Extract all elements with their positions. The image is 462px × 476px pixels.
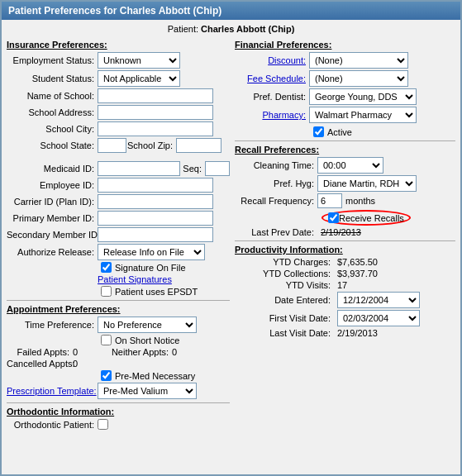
- patient-name-row: Patient: Charles Abbott (Chip): [2, 20, 460, 36]
- last-visit-date-group: Last Visit Date: 2/19/2013: [235, 328, 455, 338]
- name-of-school-group: Name of School:: [7, 88, 230, 103]
- receive-recalls-checkbox[interactable]: [328, 212, 339, 223]
- seq-input[interactable]: [205, 161, 230, 176]
- school-zip-input[interactable]: [176, 138, 221, 153]
- school-address-input[interactable]: [98, 105, 213, 120]
- pharmacy-select[interactable]: Walmart Pharmacy: [309, 107, 417, 123]
- recall-frequency-label: Recall Frequency:: [235, 196, 317, 206]
- employee-id-input[interactable]: [98, 178, 213, 193]
- employment-status-group: Employment Status: Unknown Employed Unem…: [7, 52, 230, 69]
- fee-schedule-select[interactable]: (None): [309, 70, 408, 87]
- patient-epsdt-checkbox[interactable]: [101, 286, 112, 297]
- first-visit-date-label: First Visit Date:: [235, 313, 334, 323]
- secondary-member-id-input[interactable]: [98, 227, 213, 242]
- title-bar: Patient Preferences for Charles Abbott (…: [2, 2, 460, 20]
- pref-dentist-group: Pref. Dentist: George Young, DDS: [235, 88, 455, 105]
- short-notice-checkbox[interactable]: [101, 335, 112, 345]
- school-zip-label: School Zip:: [126, 140, 176, 150]
- pharmacy-label[interactable]: Pharmacy:: [235, 110, 309, 120]
- ytd-charges-label: YTD Charges:: [235, 257, 334, 267]
- pref-hyg-select[interactable]: Diane Martin, RDH: [317, 175, 417, 192]
- time-preference-select[interactable]: No Preference Morning Afternoon: [98, 317, 197, 333]
- last-visit-date-value: 2/19/2013: [337, 328, 378, 338]
- school-city-group: School City:: [7, 121, 230, 136]
- medicaid-id-label: Medicaid ID:: [7, 164, 98, 174]
- short-notice-group: On Short Notice: [7, 335, 230, 345]
- carrier-id-group: Carrier ID (Plan ID):: [7, 194, 230, 209]
- recall-frequency-input[interactable]: [317, 193, 342, 208]
- cleaning-time-group: Cleaning Time: 00:00 00:30 01:00: [235, 157, 455, 174]
- school-state-input[interactable]: [98, 138, 126, 153]
- ytd-charges-group: YTD Charges: $7,635.50: [235, 257, 455, 267]
- student-status-select[interactable]: Not Applicable Full-time: [98, 70, 180, 87]
- signature-on-file-label: Signature On File: [115, 263, 186, 273]
- active-label: Active: [327, 127, 352, 137]
- orthodontic-section-title: Orthodontic Information:: [7, 407, 230, 416]
- school-city-label: School City:: [7, 124, 98, 134]
- patient-signatures-label[interactable]: Patient Signatures: [98, 274, 172, 284]
- prescription-template-label[interactable]: Prescription Template:: [7, 386, 98, 396]
- productivity-section: Productivity Information: YTD Charges: $…: [235, 245, 455, 338]
- first-visit-date-select[interactable]: 02/03/2004: [337, 310, 420, 326]
- student-status-label: Student Status:: [7, 74, 98, 83]
- pref-hyg-label: Pref. Hyg:: [235, 178, 317, 188]
- date-entered-select[interactable]: 12/12/2004: [337, 292, 420, 308]
- ytd-visits-value: 17: [337, 280, 347, 290]
- pre-med-necessary-label: Pre-Med Necessary: [115, 371, 195, 381]
- orthodontic-patient-checkbox[interactable]: [98, 419, 108, 430]
- employee-id-group: Employee ID:: [7, 178, 230, 193]
- last-visit-date-label: Last Visit Date:: [235, 328, 334, 338]
- authorize-release-select[interactable]: Release Info on File Not on File: [98, 244, 205, 260]
- receive-recalls-label: Receive Recalls: [339, 213, 404, 223]
- fee-schedule-group: Fee Schedule: (None): [235, 70, 455, 87]
- pref-dentist-label: Pref. Dentist:: [235, 92, 309, 102]
- failed-appts-group: Failed Appts: 0 Neither Appts: 0: [7, 347, 230, 357]
- pref-dentist-select[interactable]: George Young, DDS: [309, 88, 417, 105]
- prescription-template-select[interactable]: Pre-Med Valium None: [98, 383, 197, 399]
- primary-member-id-group: Primary Member ID:: [7, 211, 230, 226]
- short-notice-label: On Short Notice: [115, 336, 179, 345]
- patient-epsdt-group: Patient uses EPSDT: [7, 286, 230, 297]
- insurance-section: Insurance Preferences: Employment Status…: [7, 40, 230, 297]
- discount-select[interactable]: (None): [309, 52, 408, 69]
- primary-member-id-input[interactable]: [98, 211, 213, 226]
- cleaning-time-select[interactable]: 00:00 00:30 01:00: [317, 157, 383, 174]
- insurance-section-title: Insurance Preferences:: [7, 40, 230, 50]
- medicaid-id-input[interactable]: [98, 161, 180, 176]
- neither-appts-label: Neither Appts:: [89, 347, 172, 357]
- main-window: Patient Preferences for Charles Abbott (…: [0, 0, 462, 476]
- signature-on-file-checkbox[interactable]: [101, 262, 112, 273]
- cancelled-appts-group: Cancelled Appts: 0: [7, 359, 230, 369]
- last-prev-date-value: 2/19/2013: [321, 227, 361, 237]
- patient-epsdt-label: Patient uses EPSDT: [115, 287, 198, 297]
- discount-label[interactable]: Discount:: [235, 55, 309, 65]
- signature-on-file-group: Signature On File: [7, 262, 230, 273]
- appointment-section-title: Appointment Preferences:: [7, 304, 230, 314]
- pharmacy-group: Pharmacy: Walmart Pharmacy: [235, 107, 455, 123]
- window-title: Patient Preferences for Charles Abbott (…: [8, 5, 221, 17]
- time-preference-group: Time Preference: No Preference Morning A…: [7, 317, 230, 333]
- date-entered-label: Date Entered:: [235, 295, 334, 305]
- authorize-release-label: Authorize Release:: [7, 247, 98, 257]
- orthodontic-patient-label: Orthodontic Patient:: [7, 420, 98, 430]
- school-state-label: School State:: [7, 140, 98, 150]
- ytd-collections-label: YTD Collections:: [235, 269, 334, 278]
- date-entered-group: Date Entered: 12/12/2004: [235, 292, 455, 308]
- pre-med-necessary-group: Pre-Med Necessary: [7, 370, 230, 381]
- school-state-zip-group: School State: School Zip:: [7, 138, 230, 153]
- carrier-id-input[interactable]: [98, 194, 213, 209]
- financial-section-title: Financial Preferences:: [235, 40, 455, 50]
- employment-status-select[interactable]: Unknown Employed Unemployed: [98, 52, 180, 69]
- school-city-input[interactable]: [98, 121, 213, 136]
- cancelled-appts-label: Cancelled Appts:: [7, 359, 73, 369]
- active-checkbox[interactable]: [313, 126, 324, 137]
- patient-signatures-link[interactable]: Patient Signatures: [7, 274, 230, 284]
- name-of-school-input[interactable]: [98, 88, 213, 103]
- productivity-section-title: Productivity Information:: [235, 245, 455, 255]
- fee-schedule-label[interactable]: Fee Schedule:: [235, 74, 309, 83]
- orthodontic-section: Orthodontic Information: Orthodontic Pat…: [7, 407, 230, 430]
- carrier-id-label: Carrier ID (Plan ID):: [7, 197, 98, 207]
- months-label: months: [345, 196, 375, 206]
- primary-member-id-label: Primary Member ID:: [7, 213, 98, 223]
- pre-med-necessary-checkbox[interactable]: [101, 370, 112, 381]
